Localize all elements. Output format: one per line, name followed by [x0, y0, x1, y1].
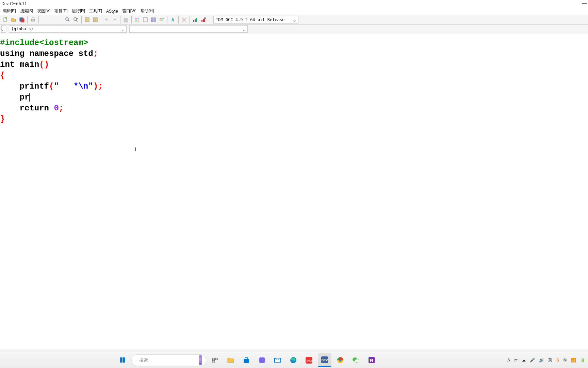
search-input[interactable]	[139, 357, 196, 363]
menubar: 编辑[E] 搜索[S] 视图[V] 项目[P] 运行[R] 工具[T] ASty…	[0, 7, 588, 15]
svg-rect-1	[5, 17, 7, 19]
tray-chevron-icon[interactable]: ᐱ	[507, 358, 510, 363]
compile-icon[interactable]	[133, 16, 141, 24]
svg-rect-17	[135, 20, 137, 22]
tray-ime2[interactable]: ⑤	[563, 358, 567, 363]
tray-mic-icon[interactable]: 🎤	[530, 358, 535, 363]
replace-icon[interactable]	[72, 16, 80, 24]
debug-icon[interactable]	[169, 16, 177, 24]
devcpp-icon[interactable]: DEV	[318, 353, 331, 367]
huawei-icon[interactable]: HUAWEI	[302, 353, 316, 367]
svg-line-7	[68, 20, 69, 21]
tray-sogou-icon[interactable]: S	[556, 358, 559, 363]
onenote-icon[interactable]: N	[365, 353, 378, 367]
app-misc-icon[interactable]	[255, 353, 269, 367]
svg-line-44	[136, 360, 136, 361]
svg-rect-33	[203, 19, 204, 22]
abort-icon	[180, 16, 188, 24]
run-icon[interactable]	[142, 16, 149, 24]
store-icon[interactable]	[240, 353, 253, 367]
layout2-icon[interactable]	[92, 16, 99, 24]
mail-icon[interactable]	[271, 353, 284, 367]
layout1-icon[interactable]	[83, 16, 91, 24]
svg-rect-26	[161, 19, 163, 21]
svg-text:DEV: DEV	[322, 358, 328, 362]
svg-point-59	[355, 359, 359, 363]
compiler-select[interactable]: TDM-GCC 4.9.2 64-bit Release	[213, 16, 298, 24]
svg-rect-23	[161, 18, 163, 19]
menu-edit[interactable]: 编辑[E]	[1, 7, 18, 15]
window-controls: —	[582, 1, 587, 6]
svg-rect-22	[160, 18, 161, 19]
svg-rect-5	[32, 18, 34, 19]
svg-rect-30	[195, 19, 196, 22]
titlebar: Dev-C++ 5.11 —	[0, 0, 588, 7]
system-tray: ᐱ ⇄ ☁ 🎤 🔊 英 S ⑤ 📶 🔋	[507, 352, 585, 368]
profile2-icon[interactable]	[200, 16, 207, 24]
svg-rect-16	[137, 18, 139, 19]
profile-icon[interactable]	[192, 16, 199, 24]
svg-rect-10	[77, 18, 78, 19]
tray-onedrive-icon[interactable]: ☁	[522, 358, 526, 363]
svg-rect-46	[215, 358, 218, 360]
svg-rect-11	[85, 18, 89, 22]
svg-rect-3	[21, 19, 24, 22]
svg-line-9	[76, 20, 78, 21]
menu-project[interactable]: 项目[P]	[52, 7, 70, 15]
print-icon[interactable]	[29, 16, 37, 24]
search-decoration	[199, 355, 202, 365]
search-icon	[136, 357, 136, 363]
new-file-icon[interactable]	[2, 16, 9, 24]
svg-rect-48	[244, 359, 249, 363]
tray-volume-icon[interactable]: 🔊	[539, 358, 544, 363]
chrome-icon[interactable]	[333, 353, 347, 367]
class-combo[interactable]	[1, 25, 6, 33]
text-cursor	[29, 93, 30, 102]
svg-rect-18	[137, 20, 139, 22]
windows-taskbar: HUAWEI DEV N ᐱ ⇄ ☁ 🎤 🔊 英 S ⑤ 📶 🔋	[0, 352, 588, 368]
menu-help[interactable]: 帮助[H]	[138, 7, 156, 15]
tray-ime[interactable]: 英	[548, 357, 552, 363]
tray-sync-icon[interactable]: ⇄	[514, 358, 518, 363]
stop-icon	[122, 16, 130, 24]
svg-rect-24	[163, 18, 164, 19]
svg-rect-49	[259, 357, 265, 363]
menu-run[interactable]: 运行[R]	[70, 7, 87, 15]
svg-rect-29	[193, 20, 194, 22]
svg-rect-31	[196, 18, 197, 22]
explorer-icon[interactable]	[224, 353, 238, 367]
rebuild-icon[interactable]	[158, 16, 165, 24]
code-editor[interactable]: #include<iostream> using namespace std; …	[0, 33, 588, 349]
svg-rect-32	[201, 20, 202, 22]
svg-rect-21	[154, 18, 156, 22]
find-icon[interactable]	[64, 16, 71, 24]
svg-rect-15	[135, 18, 137, 19]
undo-icon	[103, 16, 110, 24]
menu-view[interactable]: 视图[V]	[35, 7, 52, 15]
svg-point-35	[204, 17, 206, 19]
tray-battery-icon[interactable]: 🔋	[580, 358, 585, 363]
task-view-icon[interactable]	[208, 353, 222, 367]
start-button[interactable]	[116, 353, 129, 367]
tray-wifi-icon[interactable]: 📶	[571, 358, 576, 363]
svg-rect-20	[151, 18, 153, 22]
open-file-icon[interactable]	[10, 16, 17, 24]
wechat-icon[interactable]	[349, 353, 363, 367]
menu-search[interactable]: 搜索[S]	[18, 7, 35, 15]
minimize-button[interactable]: —	[582, 1, 587, 6]
svg-rect-14	[96, 18, 97, 22]
code-area[interactable]: #include<iostream> using namespace std; …	[0, 33, 588, 125]
save-all-icon[interactable]	[18, 16, 26, 24]
taskbar-search[interactable]	[131, 354, 206, 366]
menu-window[interactable]: 窗口[W]	[120, 7, 138, 15]
menu-tools[interactable]: 工具[T]	[87, 7, 104, 15]
compile-run-icon[interactable]	[150, 16, 157, 24]
members-combo[interactable]	[129, 25, 248, 33]
menu-astyle[interactable]: AStyle	[104, 8, 120, 14]
redo-icon	[111, 16, 118, 24]
svg-rect-45	[212, 358, 215, 360]
class-browser-bar: (globals)	[0, 25, 588, 33]
edge-icon[interactable]	[287, 353, 300, 367]
globals-combo[interactable]: (globals)	[9, 25, 127, 33]
mouse-i-beam-cursor: I	[134, 147, 136, 153]
